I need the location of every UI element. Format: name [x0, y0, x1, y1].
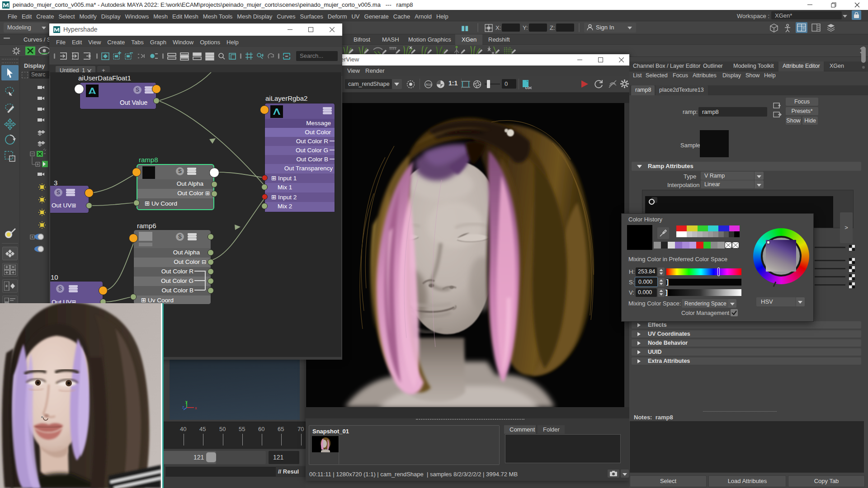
svg-text:z: z — [182, 405, 184, 409]
svg-text:x: x — [195, 406, 197, 410]
svg-text:y: y — [185, 399, 188, 404]
svg-text:LOG: LOG — [525, 86, 532, 89]
svg-text:RGB: RGB — [425, 83, 432, 86]
